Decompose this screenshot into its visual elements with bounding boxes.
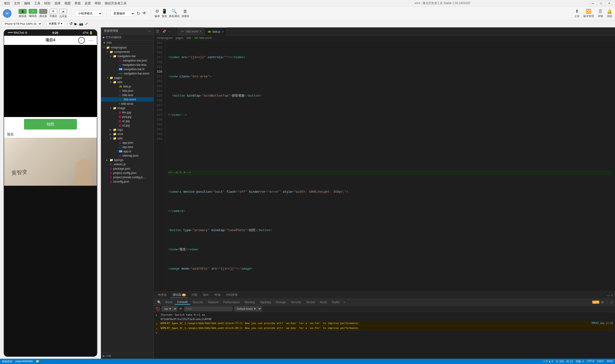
inner-tab-appdata[interactable]: AppData: [257, 300, 274, 304]
tree-xm4[interactable]: ▶ 📁 xm4: [101, 132, 154, 136]
tab-close-0[interactable]: ×: [200, 29, 202, 33]
tree-sitemap-json[interactable]: {} sitemap.json: [101, 154, 154, 158]
tree-sz-jpg[interactable]: 🖼 sz.jpg: [101, 123, 154, 128]
inner-tab-mock[interactable]: Mock: [317, 300, 329, 304]
tree-utils[interactable]: ▼ 📁 utils: [101, 136, 154, 141]
debugger-button[interactable]: 🐛 调试器: [39, 9, 47, 18]
preview-button[interactable]: 📱 预览: [162, 9, 167, 18]
nav-back[interactable]: ←: [167, 29, 172, 33]
detail-button[interactable]: ☰ 详情: [598, 9, 603, 18]
inner-tab-console[interactable]: Console: [175, 300, 190, 305]
tree-navigation-bar[interactable]: ▼ 📁 navigation-bar: [101, 54, 154, 58]
top-select[interactable]: top ▼: [162, 306, 177, 311]
tree-package-json[interactable]: {} package.json: [101, 167, 154, 171]
breadcrumb-pin[interactable]: 📌: [161, 29, 167, 33]
tree-eslintrc[interactable]: E .eslintrc.js: [101, 162, 154, 167]
tree-components[interactable]: ▼ 📁 components: [101, 50, 154, 54]
real-debug-button[interactable]: 🔍 真机调试: [169, 9, 180, 18]
file-panel-more[interactable]: ···: [148, 29, 151, 33]
tree-app-json[interactable]: {} app.json: [101, 141, 154, 145]
menu-item-file[interactable]: 文件: [12, 0, 22, 7]
tree-project-config[interactable]: {} project.config.json: [101, 171, 154, 175]
inner-tab-memory[interactable]: Memory: [242, 300, 257, 304]
status-path[interactable]: 面板路径: [2, 360, 13, 363]
nav-forward[interactable]: →: [172, 29, 178, 33]
devtools-tab-issues[interactable]: 问题: [189, 292, 200, 298]
tree-typings[interactable]: ▶ 📁 typings: [101, 158, 154, 162]
minimize-button[interactable]: —: [589, 1, 597, 6]
status-row-col[interactable]: 行 320，列 13: [556, 360, 573, 363]
more-options[interactable]: ⋮: [605, 300, 609, 304]
preview-icon-button[interactable]: 👁: [142, 11, 147, 16]
tree-pyq-jpg[interactable]: 🖼 pyq.jpg: [101, 115, 154, 119]
devtools-tab-quality[interactable]: 代码质量: [224, 292, 240, 298]
tree-nav-less[interactable]: { } navigation-bar.less: [101, 63, 154, 67]
inner-tab-wxml[interactable]: Wxml: [163, 300, 175, 304]
menu-item-tools[interactable]: 工具: [32, 0, 42, 7]
menu-item-settings[interactable]: 设置: [83, 0, 93, 7]
visualize-button[interactable]: 👁 可视化: [49, 9, 57, 18]
sidebar-toggle[interactable]: ☰: [154, 29, 161, 34]
tree-image[interactable]: ▼ 📁 image: [101, 106, 154, 110]
inner-tab-audits[interactable]: Audits: [329, 300, 342, 304]
tree-bbb-wxss[interactable]: ≡ bbb.wxss: [101, 102, 154, 106]
tree-kkx-jpg[interactable]: 🖼 kkx.jpg: [101, 110, 154, 115]
tab-bbb-wxml[interactable]: WX bbb.wxml ×: [178, 27, 205, 36]
status-page[interactable]: pages/bbb/bbb: [15, 360, 33, 363]
tree-bbb-wxml[interactable]: WX bbb.wxml: [101, 97, 154, 102]
tree-pages[interactable]: ▼ 📁 pages: [101, 76, 154, 80]
upload-button[interactable]: ⬆ 上传: [574, 9, 579, 18]
clear-console[interactable]: 🚫: [156, 307, 160, 311]
tree-nav-wxml[interactable]: WX navigation-bar.wxml: [101, 71, 154, 76]
status-warnings[interactable]: ⚠ 0 ▲ 0: [543, 360, 553, 363]
console-filter[interactable]: [184, 307, 232, 311]
device-rotate[interactable]: ⤢: [85, 22, 88, 26]
tab-close-1[interactable]: ×: [222, 30, 224, 34]
inner-tab-sources[interactable]: Sources: [190, 300, 206, 304]
menu-item-select[interactable]: 选择: [52, 0, 63, 7]
menu-item-project[interactable]: 项目: [2, 0, 12, 7]
refresh-button[interactable]: ↻: [137, 11, 140, 16]
hotreload-button[interactable]: 热重载 开▼: [47, 21, 65, 26]
tree-bbb[interactable]: ▼ 📁 bbb: [101, 80, 154, 84]
devtools-minimize[interactable]: —: [607, 293, 610, 297]
outline-section[interactable]: ▶ 大纲: [101, 353, 154, 359]
restore-button[interactable]: □: [597, 1, 605, 6]
device-select[interactable]: iPhone 6/7/8 Plus 100% 16: [2, 21, 42, 26]
devtools-tab-output[interactable]: 输出: [201, 292, 211, 298]
menu-item-view[interactable]: 视图: [63, 0, 73, 7]
phone-record-btn[interactable]: ●: [78, 37, 85, 44]
devtools-tab-inspector[interactable]: 检查器: [156, 292, 169, 298]
devtools-tab-terminal[interactable]: 终端: [212, 292, 223, 298]
inner-tab-security[interactable]: Security: [288, 300, 303, 304]
menu-item-wechat[interactable]: 微信开发者工具: [103, 0, 129, 7]
tree-nav-ts[interactable]: TS navigation-bar.ts: [101, 67, 154, 71]
tree-app-ts[interactable]: TS app.ts: [101, 149, 154, 154]
menu-item-help[interactable]: 帮助: [93, 0, 103, 7]
menu-item-interface[interactable]: 界面: [73, 0, 83, 7]
tree-project-private[interactable]: {} project.private.config.js...: [101, 175, 154, 180]
eye-filter[interactable]: 👁: [179, 307, 183, 311]
inner-tab-storage[interactable]: Storage: [274, 300, 288, 304]
tree-logs[interactable]: ▶ 📁 logs: [101, 128, 154, 132]
tree-miniprogram[interactable]: ▼ 📁 miniprogram: [101, 45, 154, 50]
inner-tab-performance[interactable]: Performance: [221, 300, 242, 304]
tree-bbb-less[interactable]: { } bbb.less: [101, 93, 154, 97]
menu-item-edit[interactable]: 编辑: [22, 0, 32, 7]
status-encoding[interactable]: UTF-8: [587, 360, 594, 363]
inner-tab-sensor[interactable]: Sensor: [303, 300, 317, 304]
log-level-select[interactable]: Default levels ▼: [234, 306, 262, 311]
close-button[interactable]: ×: [605, 1, 613, 6]
photo-button[interactable]: 拍照: [24, 119, 77, 130]
status-folder[interactable]: 📁: [36, 360, 39, 363]
tab-bbb-js[interactable]: JS bbb.js ×: [205, 27, 227, 36]
simulator-button[interactable]: 📱 模拟器: [18, 9, 27, 18]
devtools-expand[interactable]: ⤢: [610, 300, 613, 304]
reload-button[interactable]: ↺: [69, 21, 73, 26]
status-line-ending[interactable]: CRLF: [597, 360, 604, 363]
compile-select[interactable]: 普通编译: [110, 10, 135, 17]
editor-button[interactable]: </> 编辑器: [29, 9, 37, 18]
console-input[interactable]: [158, 331, 613, 335]
xm4-section[interactable]: ▼ XM4: [101, 40, 154, 45]
device-screenshot[interactable]: 📷: [79, 22, 83, 26]
